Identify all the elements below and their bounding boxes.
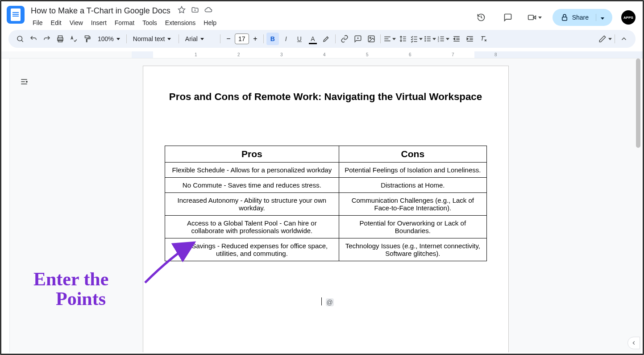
increase-indent-button[interactable] bbox=[464, 33, 476, 45]
chevron-down-icon bbox=[419, 38, 423, 40]
chevron-down-icon bbox=[446, 38, 449, 40]
toolbar: 100% Normal text Arial − + B I U A bbox=[8, 30, 636, 48]
editing-mode-button[interactable] bbox=[598, 33, 612, 45]
chevron-down-icon bbox=[608, 38, 612, 40]
side-panel-toggle[interactable] bbox=[627, 337, 640, 349]
search-icon[interactable] bbox=[14, 33, 26, 45]
bold-button[interactable]: B bbox=[266, 33, 279, 45]
ruler-tick: 3 bbox=[280, 52, 283, 57]
styles-select[interactable]: Normal text bbox=[129, 33, 176, 45]
t-chart-table[interactable]: Pros Cons Flexible Schedule - Allows for… bbox=[165, 146, 487, 261]
move-icon[interactable] bbox=[191, 6, 199, 16]
menu-help[interactable]: Help bbox=[200, 17, 220, 28]
ruler-tick: 7 bbox=[452, 52, 454, 57]
svg-point-3 bbox=[17, 36, 22, 41]
menu-format[interactable]: Format bbox=[111, 17, 138, 28]
svg-point-7 bbox=[370, 37, 371, 38]
text-color-button[interactable]: A bbox=[307, 33, 319, 45]
table-header-cons[interactable]: Cons bbox=[339, 146, 486, 163]
checklist-button[interactable] bbox=[410, 33, 423, 45]
table-row: No Commute - Saves time and reduces stre… bbox=[165, 178, 486, 193]
svg-point-17 bbox=[425, 37, 426, 38]
account-avatar[interactable]: APPS bbox=[621, 10, 636, 25]
menu-view[interactable]: View bbox=[66, 17, 87, 28]
ruler-tick: 2 bbox=[237, 52, 240, 57]
font-size-input[interactable] bbox=[235, 33, 249, 44]
chevron-down-icon bbox=[167, 38, 171, 40]
font-select[interactable]: Arial bbox=[182, 33, 217, 45]
insert-comment-button[interactable] bbox=[352, 33, 364, 45]
app-header: How to Make a T-Chart in Google Docs Fil… bbox=[1, 1, 643, 30]
insert-image-button[interactable] bbox=[365, 33, 378, 45]
zoom-select[interactable]: 100% bbox=[94, 33, 124, 45]
svg-text:3: 3 bbox=[437, 40, 439, 42]
chevron-down-icon bbox=[392, 38, 396, 40]
at-mention-chip[interactable]: @ bbox=[326, 298, 334, 306]
numbered-list-button[interactable]: 123 bbox=[437, 33, 449, 45]
ruler-tick: 8 bbox=[494, 52, 497, 57]
decrease-indent-button[interactable] bbox=[450, 33, 463, 45]
share-button[interactable]: Share bbox=[553, 9, 612, 26]
align-button[interactable] bbox=[383, 33, 396, 45]
chevron-down-icon bbox=[432, 38, 436, 40]
cloud-status-icon[interactable] bbox=[204, 6, 212, 16]
svg-rect-1 bbox=[528, 15, 533, 20]
document-title[interactable]: How to Make a T-Chart in Google Docs bbox=[29, 5, 172, 17]
ruler-tick: 5 bbox=[366, 52, 369, 57]
share-label: Share bbox=[572, 14, 589, 21]
italic-button[interactable]: I bbox=[280, 33, 292, 45]
font-size-increase[interactable]: + bbox=[250, 33, 261, 44]
line-spacing-button[interactable] bbox=[397, 33, 409, 45]
horizontal-ruler[interactable]: 12345678 bbox=[1, 51, 643, 58]
docs-logo[interactable] bbox=[7, 6, 25, 24]
table-header-pros[interactable]: Pros bbox=[165, 146, 339, 163]
history-icon[interactable] bbox=[472, 8, 490, 26]
bullet-list-button[interactable] bbox=[424, 33, 436, 45]
font-size-decrease[interactable]: − bbox=[223, 33, 234, 44]
table-row: Cost Savings - Reduced expenses for offi… bbox=[165, 238, 486, 261]
svg-point-19 bbox=[425, 41, 426, 42]
redo-button[interactable] bbox=[41, 33, 53, 45]
table-row: Increased Autonomy - Ability to structur… bbox=[165, 193, 486, 216]
comments-icon[interactable] bbox=[499, 8, 517, 26]
spellcheck-button[interactable] bbox=[67, 33, 80, 45]
menu-tools[interactable]: Tools bbox=[139, 17, 161, 28]
ruler-tick: 4 bbox=[323, 52, 326, 57]
text-cursor bbox=[321, 297, 322, 305]
doc-heading[interactable]: Pros and Cons of Remote Work: Navigating… bbox=[165, 91, 487, 103]
svg-rect-2 bbox=[562, 17, 567, 21]
menu-extensions[interactable]: Extensions bbox=[162, 17, 199, 28]
clear-formatting-button[interactable] bbox=[477, 33, 490, 45]
chevron-down-icon bbox=[116, 38, 120, 40]
star-icon[interactable] bbox=[178, 6, 186, 16]
document-page[interactable]: Pros and Cons of Remote Work: Navigating… bbox=[143, 66, 509, 352]
chevron-down-icon bbox=[601, 17, 604, 20]
collapse-toolbar-button[interactable] bbox=[618, 33, 630, 45]
menu-edit[interactable]: Edit bbox=[47, 17, 65, 28]
table-row: Flexible Schedule - Allows for a persona… bbox=[165, 163, 486, 178]
meet-button[interactable] bbox=[526, 8, 544, 26]
insert-link-button[interactable] bbox=[338, 33, 351, 45]
chevron-down-icon bbox=[200, 38, 204, 40]
menu-bar: File Edit View Insert Format Tools Exten… bbox=[29, 17, 472, 29]
menu-file[interactable]: File bbox=[29, 17, 46, 28]
print-button[interactable] bbox=[54, 33, 66, 45]
svg-point-18 bbox=[425, 38, 426, 39]
underline-button[interactable]: U bbox=[293, 33, 306, 45]
ruler-tick: 6 bbox=[409, 52, 411, 57]
paint-format-button[interactable] bbox=[81, 33, 93, 45]
chevron-down-icon bbox=[538, 17, 542, 19]
undo-button[interactable] bbox=[27, 33, 40, 45]
ruler-tick: 1 bbox=[195, 52, 197, 57]
menu-insert[interactable]: Insert bbox=[87, 17, 110, 28]
vertical-ruler[interactable] bbox=[3, 58, 10, 352]
vertical-scrollbar[interactable] bbox=[635, 58, 641, 336]
table-row: Access to a Global Talent Pool - Can hir… bbox=[165, 216, 486, 238]
svg-marker-0 bbox=[178, 7, 185, 13]
highlight-button[interactable] bbox=[320, 33, 332, 45]
